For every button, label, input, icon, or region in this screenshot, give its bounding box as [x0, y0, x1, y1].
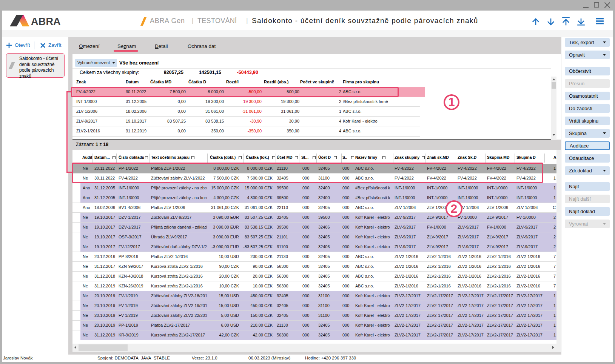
svg-text:ABRA: ABRA — [31, 16, 61, 26]
